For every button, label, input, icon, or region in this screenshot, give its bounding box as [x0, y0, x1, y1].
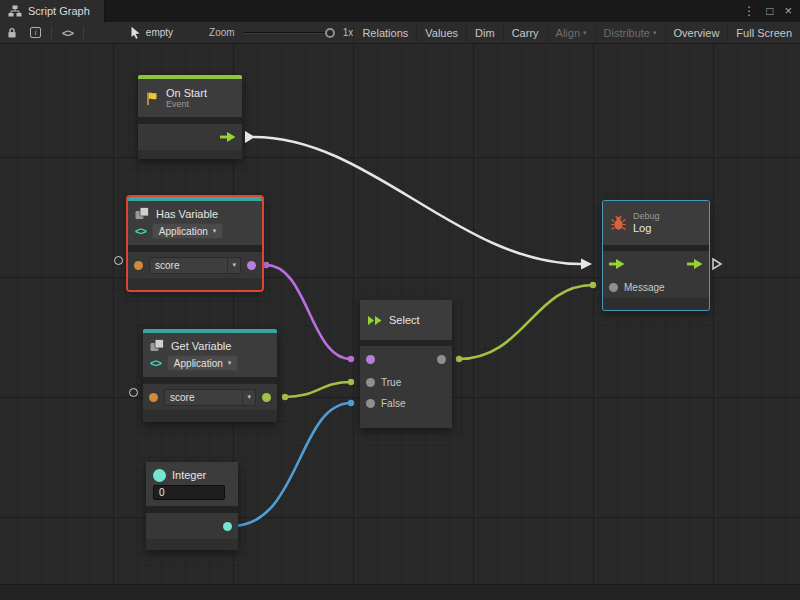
- selector-input-port[interactable]: [366, 355, 375, 364]
- node-debug-log[interactable]: Debug Log Message: [603, 201, 709, 310]
- lock-icon[interactable]: [0, 22, 24, 44]
- overview-label: Overview: [674, 27, 720, 39]
- node-select[interactable]: Select True False: [360, 300, 452, 428]
- chevron-down-icon: ▾: [653, 29, 657, 37]
- name-input-port[interactable]: [149, 393, 158, 402]
- true-port-label: True: [381, 377, 401, 388]
- titlebar: Script Graph ⋮ □ ×: [0, 0, 800, 22]
- flow-output-port[interactable]: [220, 132, 236, 142]
- variable-scope-icon: <>: [150, 357, 161, 369]
- variables-icon: [150, 339, 165, 352]
- integer-value-input[interactable]: 0: [153, 485, 225, 500]
- message-port-label: Message: [624, 282, 665, 293]
- select-icon: [367, 315, 383, 326]
- relations-label: Relations: [362, 27, 408, 39]
- node-footer: [603, 298, 709, 310]
- node-title: Has Variable: [156, 208, 218, 220]
- full-screen-button[interactable]: Full Screen: [727, 22, 800, 44]
- zoom-control: Zoom 1x: [209, 26, 353, 40]
- bug-icon: [610, 215, 627, 231]
- close-icon[interactable]: ×: [784, 0, 792, 22]
- toolbar-buttons: Relations Values Dim Carry Align▾ Distri…: [353, 22, 800, 44]
- variable-kind-dropdown[interactable]: Application ▾: [167, 355, 238, 371]
- node-footer: [138, 150, 242, 159]
- node-title: Log: [633, 222, 660, 234]
- chevron-down-icon: ▾: [227, 258, 240, 273]
- wire-select-to-debuglog-message[interactable]: [459, 285, 593, 359]
- node-title: On Start: [166, 87, 207, 99]
- flow-output-port[interactable]: [687, 259, 703, 269]
- value-output-port[interactable]: [262, 393, 271, 402]
- tab-script-graph[interactable]: Script Graph: [0, 0, 105, 22]
- values-button[interactable]: Values: [416, 22, 466, 44]
- variable-scope-icon: <>: [135, 225, 146, 237]
- canvas-bottom-strip: [0, 584, 800, 600]
- overview-button[interactable]: Overview: [665, 22, 728, 44]
- false-port-label: False: [381, 398, 405, 409]
- true-input-port[interactable]: [366, 378, 375, 387]
- zoom-slider[interactable]: [243, 26, 335, 40]
- unconnected-port-circle[interactable]: [114, 256, 123, 265]
- distribute-label: Distribute: [604, 27, 650, 39]
- variable-kind-dropdown[interactable]: Application ▾: [152, 223, 223, 239]
- node-title: Select: [389, 314, 420, 326]
- wire-onstart-to-debuglog[interactable]: [254, 137, 581, 264]
- tab-title: Script Graph: [28, 5, 90, 17]
- node-has-variable[interactable]: Has Variable <> Application ▾ score ▾: [128, 197, 262, 290]
- message-input-port[interactable]: [609, 283, 618, 292]
- variable-name-dropdown[interactable]: score ▾: [149, 257, 241, 274]
- dim-label: Dim: [475, 27, 495, 39]
- relations-button[interactable]: Relations: [353, 22, 416, 44]
- align-label: Align: [556, 27, 580, 39]
- name-input-port[interactable]: [134, 261, 143, 270]
- align-button[interactable]: Align▾: [547, 22, 595, 44]
- node-on-start[interactable]: On Start Event: [138, 75, 242, 159]
- code-icon[interactable]: <>: [56, 22, 79, 44]
- menu-icon[interactable]: ⋮: [743, 0, 755, 22]
- zoom-label: Zoom: [209, 27, 235, 38]
- graph-breadcrumb[interactable]: empty: [130, 26, 173, 39]
- graph-canvas[interactable]: On Start Event Has Variable: [0, 44, 800, 600]
- flow-connection-triangle[interactable]: [245, 131, 255, 143]
- distribute-button[interactable]: Distribute▾: [595, 22, 665, 44]
- script-graph-icon: [8, 5, 22, 17]
- toolbar-separator: [51, 26, 52, 40]
- dim-button[interactable]: Dim: [466, 22, 503, 44]
- unconnected-port-circle[interactable]: [129, 388, 138, 397]
- node-divider: [143, 377, 277, 384]
- variable-name-value: score: [170, 392, 194, 403]
- zoom-slider-track: [243, 32, 335, 34]
- node-footer: [128, 278, 262, 290]
- node-title: Get Variable: [171, 340, 231, 352]
- flag-icon: [145, 91, 160, 106]
- node-subtitle: Event: [166, 100, 207, 110]
- wire-getvariable-to-select-true[interactable]: [285, 382, 351, 397]
- carry-button[interactable]: Carry: [503, 22, 547, 44]
- flow-connection-triangle[interactable]: [711, 257, 723, 275]
- node-get-variable[interactable]: Get Variable <> Application ▾ score ▾: [143, 329, 277, 422]
- integer-icon: [153, 469, 166, 482]
- maximize-icon[interactable]: □: [766, 0, 773, 22]
- node-divider: [146, 506, 238, 513]
- node-title: Integer: [172, 469, 206, 481]
- zoom-value: 1x: [343, 27, 354, 38]
- zoom-slider-knob[interactable]: [325, 28, 335, 38]
- result-output-port[interactable]: [247, 261, 256, 270]
- value-output-port[interactable]: [437, 355, 446, 364]
- variables-icon: [135, 207, 150, 220]
- value-output-port[interactable]: [223, 522, 232, 531]
- false-input-port[interactable]: [366, 399, 375, 408]
- node-footer: [360, 414, 452, 428]
- node-integer[interactable]: Integer 0: [146, 462, 238, 550]
- variable-kind-value: Application: [174, 358, 223, 369]
- node-divider: [138, 117, 242, 124]
- flow-input-port[interactable]: [609, 259, 625, 269]
- info-icon[interactable]: i: [24, 22, 47, 44]
- full-screen-label: Full Screen: [736, 27, 792, 39]
- chevron-down-icon: ▾: [583, 29, 587, 37]
- graph-title-label: empty: [146, 27, 173, 38]
- pointer-icon: [130, 26, 141, 39]
- graph-toolbar: i <> empty Zoom 1x Relations Values Dim …: [0, 22, 800, 44]
- variable-name-dropdown[interactable]: score ▾: [164, 389, 256, 406]
- wire-hasvariable-to-select[interactable]: [266, 265, 351, 359]
